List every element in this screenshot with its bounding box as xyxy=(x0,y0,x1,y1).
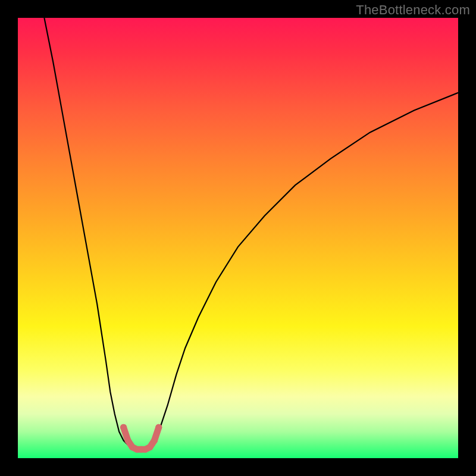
valley-marker-dot xyxy=(155,424,162,431)
watermark-text: TheBottleneck.com xyxy=(356,2,470,18)
valley-marker-dots xyxy=(120,424,162,453)
left-branch-curve xyxy=(44,18,128,445)
valley-marker-dot xyxy=(125,437,131,444)
valley-marker-dot xyxy=(147,444,154,450)
frame: TheBottleneck.com xyxy=(0,0,476,476)
right-branch-curve xyxy=(154,93,458,445)
valley-marker-dot xyxy=(120,424,127,431)
curve-layer xyxy=(18,18,458,458)
plot-area xyxy=(18,18,458,458)
valley-marker-dot xyxy=(151,437,158,444)
